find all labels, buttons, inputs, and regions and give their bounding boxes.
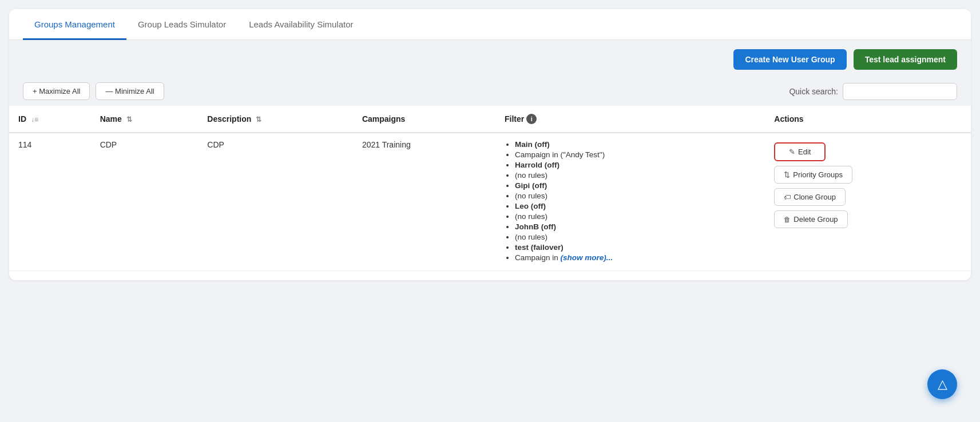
filter-list: Main (off) Campaign in ("Andy Test") Har… xyxy=(505,140,756,262)
tab-group-leads-simulator[interactable]: Group Leads Simulator xyxy=(126,9,237,40)
table-header-row: ID ↓≡ Name ⇅ Description ⇅ Campaigns Fil… xyxy=(9,106,971,133)
tab-groups-management[interactable]: Groups Management xyxy=(23,9,126,40)
id-sort-icon[interactable]: ↓≡ xyxy=(31,116,38,124)
cell-campaigns: 2021 Training xyxy=(353,133,495,271)
maximize-all-button[interactable]: + Maximize All xyxy=(23,82,90,100)
delete-label: Delete Group xyxy=(793,215,838,224)
minimize-all-button[interactable]: — Minimize All xyxy=(96,82,164,100)
page-wrapper: Groups Management Group Leads Simulator … xyxy=(0,9,980,422)
main-card: Groups Management Group Leads Simulator … xyxy=(9,9,971,280)
show-more-link[interactable]: (show more)... xyxy=(561,253,613,262)
tab-leads-availability-simulator[interactable]: Leads Availability Simulator xyxy=(237,9,364,40)
col-header-name: Name ⇅ xyxy=(91,106,199,133)
search-controls: Quick search: xyxy=(789,83,957,100)
fab-button[interactable]: △ xyxy=(927,369,957,399)
cell-actions: Edit Priority Groups Clone Group xyxy=(765,133,971,271)
col-header-campaigns: Campaigns xyxy=(353,106,495,133)
cell-name: CDP xyxy=(91,133,199,271)
controls-row: + Maximize All — Minimize All Quick sear… xyxy=(9,77,971,106)
data-table-wrapper: ID ↓≡ Name ⇅ Description ⇅ Campaigns Fil… xyxy=(9,106,971,280)
edit-icon xyxy=(789,148,795,156)
col-header-description: Description ⇅ xyxy=(198,106,353,133)
edit-button[interactable]: Edit xyxy=(774,142,826,161)
filter-item: Gipi (off) xyxy=(515,181,756,190)
filter-item: (no rules) xyxy=(515,233,756,241)
filter-item: test (failover) xyxy=(515,243,756,252)
test-lead-assignment-button[interactable]: Test lead assignment xyxy=(854,49,957,70)
filter-item: (no rules) xyxy=(515,192,756,200)
col-header-filter: Filter i xyxy=(495,106,765,133)
edit-label: Edit xyxy=(798,148,811,156)
actions-column: Edit Priority Groups Clone Group xyxy=(774,140,962,228)
priority-groups-button[interactable]: Priority Groups xyxy=(774,166,852,184)
filter-item: Campaign in (show more)... xyxy=(515,253,756,262)
clone-group-button[interactable]: Clone Group xyxy=(774,188,846,206)
clone-label: Clone Group xyxy=(793,193,836,201)
cell-filter: Main (off) Campaign in ("Andy Test") Har… xyxy=(495,133,765,271)
priority-icon xyxy=(784,170,790,179)
filter-item: (no rules) xyxy=(515,171,756,180)
expand-controls: + Maximize All — Minimize All xyxy=(23,82,164,100)
name-sort-icon[interactable]: ⇅ xyxy=(126,116,132,124)
filter-info-icon: i xyxy=(526,114,537,124)
filter-item: JohnB (off) xyxy=(515,222,756,231)
filter-item: Main (off) xyxy=(515,140,756,149)
quick-search-label: Quick search: xyxy=(789,87,838,96)
filter-item: (no rules) xyxy=(515,212,756,221)
filter-item: Harrold (off) xyxy=(515,161,756,169)
groups-table: ID ↓≡ Name ⇅ Description ⇅ Campaigns Fil… xyxy=(9,106,971,271)
delete-group-button[interactable]: Delete Group xyxy=(774,210,847,228)
cell-description: CDP xyxy=(198,133,353,271)
create-new-user-group-button[interactable]: Create New User Group xyxy=(733,49,846,70)
table-row: 114 CDP CDP 2021 Training Main (off) Cam… xyxy=(9,133,971,271)
col-header-id: ID ↓≡ xyxy=(9,106,91,133)
delta-icon: △ xyxy=(938,377,947,392)
quick-search-input[interactable] xyxy=(843,83,957,100)
description-sort-icon[interactable]: ⇅ xyxy=(256,116,261,124)
filter-item: Campaign in ("Andy Test") xyxy=(515,150,756,159)
delete-icon xyxy=(784,215,791,224)
tab-navigation: Groups Management Group Leads Simulator … xyxy=(9,9,971,40)
filter-item: Leo (off) xyxy=(515,202,756,210)
priority-label: Priority Groups xyxy=(793,170,843,179)
clone-icon xyxy=(784,193,791,201)
cell-id: 114 xyxy=(9,133,91,271)
col-header-actions: Actions xyxy=(765,106,971,133)
toolbar: Create New User Group Test lead assignme… xyxy=(9,40,971,77)
